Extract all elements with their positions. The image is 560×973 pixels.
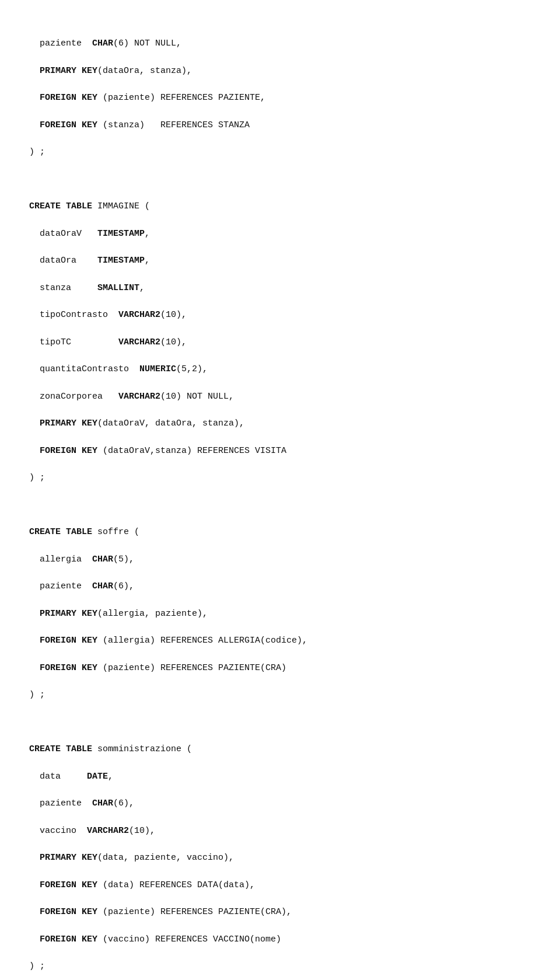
- line-4: FOREIGN KEY (stanza) REFERENCES STANZA: [29, 120, 250, 130]
- line-19: paziente CHAR(6),: [29, 581, 134, 591]
- line-24: CREATE TABLE somministrazione (: [29, 744, 192, 754]
- line-17: CREATE TABLE soffre (: [29, 527, 139, 537]
- line-8: dataOra TIMESTAMP,: [29, 256, 150, 266]
- line-12: quantitaContrasto NUMERIC(5,2),: [29, 364, 208, 374]
- line-31: FOREIGN KEY (vaccino) REFERENCES VACCINO…: [29, 934, 281, 944]
- line-14: PRIMARY KEY(dataOraV, dataOra, stanza),: [29, 419, 244, 428]
- line-25: data DATE,: [29, 772, 113, 782]
- line-22: FOREIGN KEY (paziente) REFERENCES PAZIEN…: [29, 663, 286, 673]
- line-20: PRIMARY KEY(allergia, paziente),: [29, 609, 208, 619]
- line-28: PRIMARY KEY(data, paziente, vaccino),: [29, 853, 234, 863]
- line-16: ) ;: [29, 473, 45, 483]
- line-3: FOREIGN KEY (paziente) REFERENCES PAZIEN…: [29, 93, 265, 103]
- line-9: stanza SMALLINT,: [29, 283, 145, 293]
- line-23: ) ;: [29, 690, 45, 700]
- sql-code-block: paziente CHAR(6) NOT NULL, PRIMARY KEY(d…: [29, 23, 531, 973]
- line-7: dataOraV TIMESTAMP,: [29, 229, 150, 239]
- line-29: FOREIGN KEY (data) REFERENCES DATA(data)…: [29, 880, 255, 890]
- line-1: paziente CHAR(6) NOT NULL,: [29, 39, 181, 48]
- line-18: allergia CHAR(5),: [29, 554, 134, 564]
- line-15: FOREIGN KEY (dataOraV,stanza) REFERENCES…: [29, 446, 286, 456]
- line-11: tipoTC VARCHAR2(10),: [29, 337, 187, 347]
- line-5: ) ;: [29, 147, 45, 157]
- line-13: zonaCorporea VARCHAR2(10) NOT NULL,: [29, 392, 234, 402]
- line-2: PRIMARY KEY(dataOra, stanza),: [29, 66, 192, 76]
- code-content: paziente CHAR(6) NOT NULL, PRIMARY KEY(d…: [29, 23, 531, 973]
- line-27: vaccino VARCHAR2(10),: [29, 826, 155, 836]
- line-6: CREATE TABLE IMMAGINE (: [29, 201, 150, 211]
- line-21: FOREIGN KEY (allergia) REFERENCES ALLERG…: [29, 636, 307, 646]
- line-10: tipoContrasto VARCHAR2(10),: [29, 310, 187, 320]
- line-26: paziente CHAR(6),: [29, 798, 134, 808]
- line-32: ) ;: [29, 961, 45, 971]
- line-30: FOREIGN KEY (paziente) REFERENCES PAZIEN…: [29, 907, 292, 917]
